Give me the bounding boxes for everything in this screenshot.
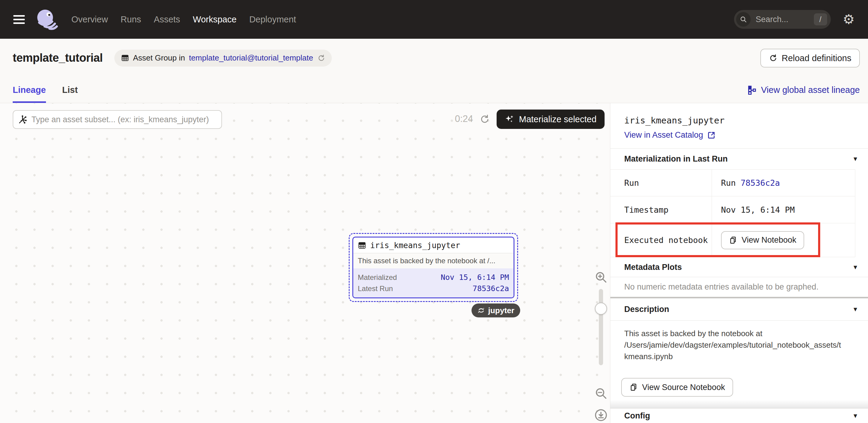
- compute-kind-tag-jupyter[interactable]: jupyter: [471, 303, 520, 318]
- lineage-canvas[interactable]: 0:24 Materialize selected: [0, 103, 610, 423]
- page-header: template_tutorial Asset Group in templat…: [0, 39, 868, 77]
- navbar-right: Search... / ⚙: [734, 0, 868, 39]
- nav-item-deployment[interactable]: Deployment: [249, 14, 296, 25]
- tab-lineage[interactable]: Lineage: [13, 77, 46, 103]
- view-source-notebook-button[interactable]: View Source Notebook: [621, 378, 733, 397]
- tabs-row: Lineage List View global asset lineage: [0, 77, 868, 103]
- notebook-icon: [629, 383, 638, 392]
- main-content: 0:24 Materialize selected: [0, 103, 868, 423]
- main-nav: Overview Runs Assets Workspace Deploymen…: [71, 14, 296, 25]
- badge-prefix-text: Asset Group in: [133, 53, 185, 63]
- reload-definitions-button[interactable]: Reload definitions: [760, 49, 860, 67]
- view-in-asset-catalog-link[interactable]: View in Asset Catalog: [624, 130, 716, 140]
- notebook-icon: [729, 236, 737, 244]
- download-view-icon[interactable]: [594, 408, 608, 422]
- chevron-down-icon[interactable]: ▼: [852, 306, 858, 313]
- metadata-plots-empty-message: No numeric metadata entries available to…: [624, 282, 818, 292]
- view-notebook-button[interactable]: View Notebook: [721, 231, 804, 249]
- materialization-table: Run Run 78536c2a Timestamp Nov 15, 6:14 …: [610, 170, 855, 257]
- asset-details-sidebar: iris_kmeans_jupyter View in Asset Catalo…: [610, 103, 868, 423]
- description-text: This asset is backed by the notebook at …: [624, 328, 843, 362]
- sidebar-asset-name: iris_kmeans_jupyter: [624, 115, 725, 126]
- section-metadata-plots[interactable]: Metadata Plots ▼: [610, 258, 868, 277]
- section-materialization-last-run[interactable]: Materialization in Last Run ▼: [610, 148, 868, 170]
- search-shortcut-key: /: [814, 13, 827, 25]
- search-icon: [736, 12, 751, 27]
- tab-list[interactable]: List: [62, 77, 78, 103]
- asset-node-stats: Materialized Nov 15, 6:14 PM Latest Run …: [353, 268, 514, 297]
- reload-icon: [769, 54, 777, 62]
- dagster-logo[interactable]: [33, 6, 59, 32]
- zoom-slider-track[interactable]: [599, 289, 603, 365]
- top-navbar: Overview Runs Assets Workspace Deploymen…: [0, 0, 868, 39]
- asset-node-selected[interactable]: iris_kmeans_jupyter This asset is backed…: [349, 233, 518, 302]
- table-grid-icon: [358, 241, 366, 250]
- search-input[interactable]: Search... /: [734, 10, 831, 29]
- table-row-timestamp: Timestamp Nov 15, 6:14 PM: [610, 196, 855, 223]
- nav-item-runs[interactable]: Runs: [121, 14, 141, 25]
- refresh-timer: 0:24: [455, 114, 473, 124]
- zoom-out-icon[interactable]: [594, 386, 608, 400]
- settings-gear-icon[interactable]: ⚙: [843, 13, 855, 26]
- sparkles-icon: [505, 114, 515, 124]
- zoom-slider-handle[interactable]: [595, 303, 607, 315]
- badge-refresh-icon[interactable]: [317, 54, 325, 62]
- table-row-run: Run Run 78536c2a: [610, 170, 855, 196]
- asset-node-header: iris_kmeans_jupyter: [353, 238, 514, 253]
- asset-group-link[interactable]: template_tutorial@tutorial_template: [189, 53, 313, 63]
- section-description[interactable]: Description ▼: [610, 298, 868, 321]
- asset-subset-filter[interactable]: [13, 110, 222, 129]
- chevron-down-icon[interactable]: ▼: [852, 264, 858, 271]
- run-value-prefix: Run: [721, 178, 736, 188]
- stat-row-materialized: Materialized Nov 15, 6:14 PM: [358, 273, 509, 282]
- search-placeholder: Search...: [756, 15, 814, 24]
- asset-node-name: iris_kmeans_jupyter: [370, 241, 460, 250]
- chevron-down-icon[interactable]: ▼: [852, 413, 858, 419]
- lineage-graph-icon: [747, 86, 756, 95]
- section-config[interactable]: Config ▼: [610, 408, 868, 423]
- asset-subset-icon: [18, 115, 28, 124]
- asset-node-card[interactable]: iris_kmeans_jupyter This asset is backed…: [352, 237, 515, 298]
- asset-subset-input[interactable]: [31, 115, 217, 124]
- menu-icon[interactable]: [13, 13, 25, 26]
- zoom-in-icon[interactable]: [594, 270, 608, 284]
- table-grid-icon: [121, 54, 129, 62]
- materialize-selected-button[interactable]: Materialize selected: [497, 110, 604, 129]
- table-row-executed-notebook: Executed notebook View Notebook: [610, 223, 855, 257]
- view-global-asset-lineage-link[interactable]: View global asset lineage: [747, 77, 860, 103]
- stat-row-latest-run: Latest Run 78536c2a: [358, 284, 509, 293]
- nav-item-assets[interactable]: Assets: [154, 14, 180, 25]
- timer-refresh-icon[interactable]: [479, 114, 490, 124]
- run-id-link[interactable]: 78536c2a: [741, 178, 780, 188]
- asset-node-description: This asset is backed by the notebook at …: [353, 253, 514, 268]
- chevron-down-icon[interactable]: ▼: [852, 155, 858, 162]
- scroll-shadow: [610, 400, 868, 408]
- external-link-icon: [707, 131, 716, 140]
- jupyter-icon: [477, 306, 485, 314]
- asset-group-badge: Asset Group in template_tutorial@tutoria…: [114, 50, 332, 66]
- nav-item-overview[interactable]: Overview: [71, 14, 108, 25]
- nav-item-workspace[interactable]: Workspace: [193, 14, 237, 25]
- page-title: template_tutorial: [13, 52, 103, 64]
